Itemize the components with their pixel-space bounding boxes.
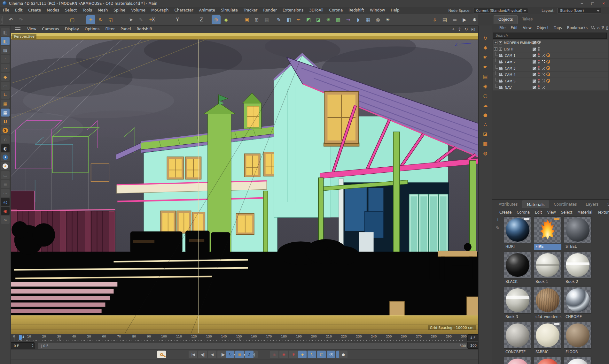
keyframe-record-icon[interactable]: ◉ [279, 351, 288, 358]
layer-toggle-icon[interactable] [533, 73, 536, 76]
corona-sky-icon[interactable]: ☁ [481, 102, 490, 109]
render-disable-tag-icon[interactable] [546, 79, 550, 83]
undo-icon[interactable]: ↶ [6, 15, 15, 24]
edges-mode-icon[interactable]: ▱ [1, 64, 10, 72]
corona-scatter-icon[interactable]: ∴ [481, 121, 490, 128]
plugin-v-icon[interactable]: ◎ [1, 198, 10, 206]
material-item[interactable] [504, 357, 533, 364]
render-settings-icon[interactable]: ▦ [262, 15, 271, 24]
objects-menu-view[interactable]: View [520, 26, 534, 30]
object-row-cam-5[interactable]: CAM 5 [493, 78, 608, 84]
filter-icon[interactable]: ∇ [602, 26, 604, 30]
range-start-handle-icon[interactable]: ‖ [41, 344, 42, 348]
corona-render-icon[interactable]: ↻ [481, 34, 490, 42]
console-icon[interactable]: ▬ [450, 15, 459, 24]
keyframe-icon[interactable] [542, 67, 545, 70]
workplane-mode-icon[interactable]: ◆ [222, 15, 230, 24]
mograph-icon[interactable]: ✳ [324, 15, 333, 24]
material-fabric[interactable]: FABRIC [534, 322, 563, 357]
materials-menu-texture[interactable]: Texture [595, 210, 609, 215]
add-material-icon[interactable]: + [493, 217, 503, 222]
material-c4d-wooden-slat[interactable]: c4d_wooden slat [534, 287, 563, 322]
viewport-menu-display[interactable]: Display [62, 26, 82, 33]
object-row-cam-4[interactable]: CAM 4 [493, 72, 608, 78]
plugin-arrow-icon[interactable]: ∧ [1, 162, 10, 170]
menu-corona[interactable]: Corona [326, 7, 346, 14]
menu-create[interactable]: Create [25, 7, 44, 14]
menu-redshift[interactable]: Redshift [346, 7, 367, 14]
object-row-light[interactable]: +LIGHT [493, 46, 608, 52]
plugin-swirl-icon[interactable]: ◐ [1, 144, 10, 152]
home-icon[interactable]: ⌂ [597, 26, 600, 30]
menu-simulate[interactable]: Simulate [218, 7, 241, 14]
find-icon[interactable] [591, 26, 595, 30]
keyframe-icon[interactable] [542, 73, 545, 76]
corona-light-icon[interactable]: ○ [481, 92, 490, 100]
corona-settings-icon[interactable]: ✱ [481, 44, 490, 52]
objects-menu-tags[interactable]: Tags [551, 26, 564, 30]
objects-menu-file[interactable]: File [497, 26, 508, 30]
menu-character[interactable]: Character [171, 7, 196, 14]
redo-icon[interactable]: ↷ [16, 15, 25, 24]
render-disable-tag-icon[interactable] [546, 72, 550, 76]
tab-layers[interactable]: Layers [581, 201, 603, 208]
layer-toggle-icon[interactable] [533, 54, 536, 57]
subdivision-surface-icon[interactable]: ◩ [304, 15, 313, 24]
tab-attributes[interactable]: Attributes [494, 201, 522, 208]
corona-interactive-settings-icon[interactable]: ☛ [481, 63, 490, 71]
object-row-modern-farmhouse[interactable]: +MODERN FARMHOUSE [493, 40, 608, 46]
menu-edit[interactable]: Edit [12, 7, 25, 14]
menu-file[interactable]: File [0, 7, 12, 14]
materials-menu-material[interactable]: Material [575, 210, 595, 215]
texture-mode-icon[interactable]: ▨ [1, 46, 10, 54]
layer-toggle-icon[interactable] [533, 80, 536, 83]
rotate-icon[interactable]: ↻ [96, 15, 105, 24]
expand-icon[interactable]: + [494, 41, 497, 44]
disabled-mode-icon[interactable]: ▭ [1, 82, 10, 90]
corona-proxy-icon[interactable]: ◪ [481, 130, 490, 138]
toolbar-grip[interactable] [1, 16, 3, 24]
generator-icon[interactable]: ◪ [314, 15, 323, 24]
keyframe-icon[interactable] [542, 80, 545, 82]
material-book-2[interactable]: Book 2 [564, 252, 593, 287]
command-settings-icon[interactable]: ✱ [470, 15, 479, 24]
viewport-canvas[interactable]: Z Perspective Grid Spacing : 10000 cm [11, 33, 478, 334]
lock-y-axis-icon[interactable]: Y [173, 15, 182, 24]
viewport-toggle-icon[interactable]: ◱ [471, 27, 475, 32]
viewport-view-label[interactable]: Perspective [12, 34, 36, 39]
record-snapshot-icon[interactable] [157, 351, 166, 358]
layer-toggle-icon[interactable] [533, 67, 536, 70]
field-icon[interactable]: ◗ [354, 15, 363, 24]
keyframe-icon[interactable] [542, 54, 545, 57]
polygons-mode-icon[interactable]: ◆ [1, 73, 10, 81]
materials-menu-edit[interactable]: Edit [532, 210, 544, 215]
spline-pen-icon[interactable]: ✎ [274, 15, 283, 24]
menu-animate[interactable]: Animate [196, 7, 218, 14]
goto-start-icon[interactable]: |◀ [189, 351, 197, 358]
materials-menu-view[interactable]: View [544, 210, 558, 215]
visibility-dots[interactable] [538, 60, 540, 64]
menu-help[interactable]: Help [388, 7, 402, 14]
make-editable-icon[interactable]: ◧ [1, 28, 10, 36]
search-input[interactable] [493, 33, 607, 39]
menu-window[interactable]: Window [367, 7, 388, 14]
key-interpolation-icon[interactable]: ● [339, 351, 347, 358]
asset-download-icon[interactable]: ⇩ [430, 15, 439, 24]
visibility-dots[interactable] [538, 85, 540, 89]
menu-extensions[interactable]: Extensions [280, 7, 306, 14]
plugin-gray3-icon[interactable]: ⋯ [1, 189, 10, 197]
plugin-wrench-icon[interactable]: ✦ [1, 153, 10, 161]
menu-spline[interactable]: Spline [111, 7, 128, 14]
menu-modes[interactable]: Modes [44, 7, 62, 14]
record-rotation-icon[interactable]: ↻ [308, 351, 316, 358]
object-row-cam-3[interactable]: CAM 3 [493, 65, 608, 72]
render-disable-tag-icon[interactable] [546, 60, 550, 64]
playhead[interactable] [19, 335, 22, 340]
material-item[interactable] [564, 357, 593, 364]
node-space-dropdown[interactable]: Current (Standard/Physical) [473, 8, 528, 13]
edit-material-icon[interactable]: ✎ [493, 225, 503, 231]
menu-mesh[interactable]: Mesh [95, 7, 111, 14]
tab-coordinates[interactable]: Coordinates [549, 201, 581, 208]
viewport-menu-view[interactable]: View [24, 26, 39, 33]
camera-object-icon[interactable]: ◎ [373, 15, 382, 24]
